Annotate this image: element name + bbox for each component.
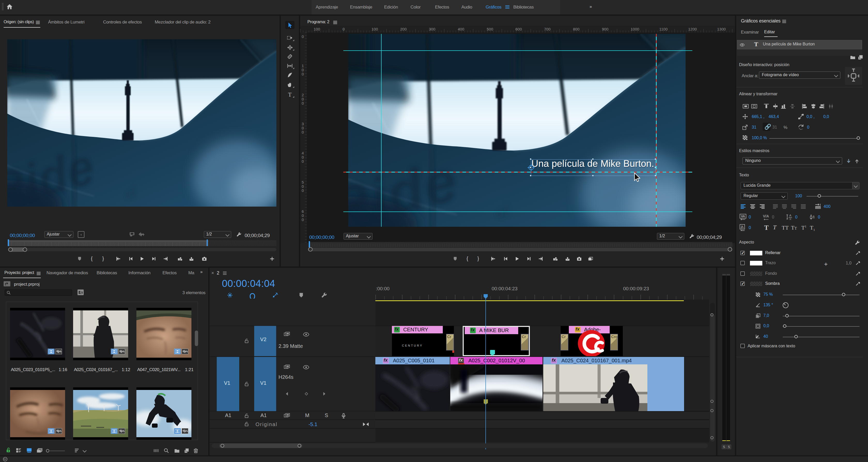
svg-text:{: { (91, 256, 93, 261)
svg-text:A: A (789, 218, 791, 220)
svg-text:VA: VA (741, 214, 745, 218)
svg-text:}: } (477, 256, 479, 261)
svg-text:A: A (789, 214, 791, 218)
svg-text:V/A: V/A (763, 214, 769, 218)
svg-text:a: a (813, 214, 814, 218)
svg-text:{: { (467, 256, 468, 261)
svg-text:}: } (102, 256, 104, 261)
svg-text:T: T (288, 91, 292, 98)
svg-text:あ: あ (741, 225, 744, 229)
svg-text:A: A (810, 214, 812, 218)
